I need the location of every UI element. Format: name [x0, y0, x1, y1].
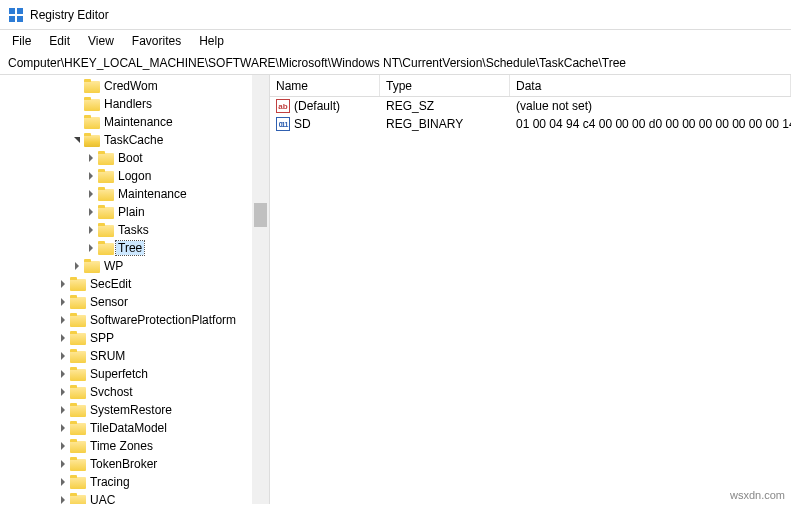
tree-scrollbar[interactable] — [252, 75, 269, 504]
value-row[interactable]: 011SDREG_BINARY01 00 04 94 c4 00 00 00 d… — [270, 115, 791, 133]
chevron-right-icon[interactable] — [56, 401, 70, 419]
chevron-right-icon[interactable] — [70, 257, 84, 275]
values-pane: Name Type Data ab(Default)REG_SZ(value n… — [270, 75, 791, 504]
tree-node-handlers[interactable]: Handlers — [0, 95, 269, 113]
chevron-right-icon[interactable] — [84, 185, 98, 203]
folder-icon — [84, 97, 100, 111]
chevron-right-icon[interactable] — [56, 311, 70, 329]
chevron-right-icon[interactable] — [84, 221, 98, 239]
value-name: (Default) — [294, 99, 340, 113]
tree-node-wp[interactable]: WP — [0, 257, 269, 275]
chevron-right-icon[interactable] — [84, 167, 98, 185]
expander-placeholder — [70, 77, 84, 95]
tree-node-secedit[interactable]: SecEdit — [0, 275, 269, 293]
chevron-right-icon[interactable] — [56, 383, 70, 401]
tree-node-uac[interactable]: UAC — [0, 491, 269, 504]
tree-scrollbar-thumb[interactable] — [254, 203, 267, 227]
tree-node-label: Superfetch — [90, 367, 148, 381]
expander-placeholder — [70, 113, 84, 131]
chevron-right-icon[interactable] — [56, 293, 70, 311]
tree-node-label: SoftwareProtectionPlatform — [90, 313, 236, 327]
tree-node-label: UAC — [90, 493, 115, 504]
folder-icon — [98, 205, 114, 219]
svg-rect-0 — [9, 8, 15, 14]
folder-icon — [84, 259, 100, 273]
tree-node-time-zones[interactable]: Time Zones — [0, 437, 269, 455]
tree-node-taskcache[interactable]: TaskCache — [0, 131, 269, 149]
tree-node-maintenance[interactable]: Maintenance — [0, 113, 269, 131]
tree-node-label: Maintenance — [118, 187, 187, 201]
tree-node-logon[interactable]: Logon — [0, 167, 269, 185]
menu-bar: File Edit View Favorites Help — [0, 30, 791, 52]
chevron-right-icon[interactable] — [56, 419, 70, 437]
svg-rect-3 — [17, 16, 23, 22]
tree-node-sensor[interactable]: Sensor — [0, 293, 269, 311]
tree-node-tokenbroker[interactable]: TokenBroker — [0, 455, 269, 473]
address-bar[interactable]: Computer\HKEY_LOCAL_MACHINE\SOFTWARE\Mic… — [0, 52, 791, 75]
tree-node-label: TokenBroker — [90, 457, 157, 471]
chevron-right-icon[interactable] — [56, 455, 70, 473]
value-row[interactable]: ab(Default)REG_SZ(value not set) — [270, 97, 791, 115]
tree-node-label: TaskCache — [104, 133, 163, 147]
menu-favorites[interactable]: Favorites — [124, 32, 189, 50]
tree-node-srum[interactable]: SRUM — [0, 347, 269, 365]
chevron-right-icon[interactable] — [84, 239, 98, 257]
registry-tree[interactable]: CredWomHandlersMaintenanceTaskCacheBootL… — [0, 75, 269, 504]
tree-node-svchost[interactable]: Svchost — [0, 383, 269, 401]
menu-edit[interactable]: Edit — [41, 32, 78, 50]
folder-icon — [70, 295, 86, 309]
chevron-right-icon[interactable] — [84, 149, 98, 167]
folder-icon — [98, 169, 114, 183]
folder-icon — [70, 493, 86, 504]
chevron-right-icon[interactable] — [56, 365, 70, 383]
chevron-right-icon[interactable] — [56, 473, 70, 491]
chevron-down-icon[interactable] — [70, 131, 84, 149]
tree-node-maintenance[interactable]: Maintenance — [0, 185, 269, 203]
tree-node-label: Tasks — [118, 223, 149, 237]
values-header[interactable]: Name Type Data — [270, 75, 791, 97]
tree-node-label: Tracing — [90, 475, 130, 489]
regedit-icon — [8, 7, 24, 23]
tree-node-label: CredWom — [104, 79, 158, 93]
menu-file[interactable]: File — [4, 32, 39, 50]
chevron-right-icon[interactable] — [56, 275, 70, 293]
tree-node-label: SecEdit — [90, 277, 131, 291]
binary-value-icon: 011 — [276, 117, 290, 131]
folder-icon — [70, 475, 86, 489]
tree-node-tracing[interactable]: Tracing — [0, 473, 269, 491]
tree-node-systemrestore[interactable]: SystemRestore — [0, 401, 269, 419]
tree-node-tasks[interactable]: Tasks — [0, 221, 269, 239]
tree-pane: CredWomHandlersMaintenanceTaskCacheBootL… — [0, 75, 270, 504]
tree-node-tree[interactable]: Tree — [0, 239, 269, 257]
menu-help[interactable]: Help — [191, 32, 232, 50]
column-type[interactable]: Type — [380, 75, 510, 96]
chevron-right-icon[interactable] — [56, 491, 70, 504]
folder-icon — [70, 367, 86, 381]
menu-view[interactable]: View — [80, 32, 122, 50]
folder-icon — [84, 133, 100, 147]
svg-rect-2 — [9, 16, 15, 22]
tree-node-spp[interactable]: SPP — [0, 329, 269, 347]
watermark: wsxdn.com — [730, 489, 785, 501]
column-name[interactable]: Name — [270, 75, 380, 96]
tree-node-tiledatamodel[interactable]: TileDataModel — [0, 419, 269, 437]
folder-icon — [84, 79, 100, 93]
folder-icon — [70, 439, 86, 453]
tree-node-superfetch[interactable]: Superfetch — [0, 365, 269, 383]
tree-node-plain[interactable]: Plain — [0, 203, 269, 221]
tree-node-label: SPP — [90, 331, 114, 345]
chevron-right-icon[interactable] — [56, 437, 70, 455]
tree-node-label: Sensor — [90, 295, 128, 309]
chevron-right-icon[interactable] — [56, 347, 70, 365]
tree-node-label: WP — [104, 259, 123, 273]
chevron-right-icon[interactable] — [56, 329, 70, 347]
column-data[interactable]: Data — [510, 75, 791, 96]
folder-icon — [70, 277, 86, 291]
tree-node-credwom[interactable]: CredWom — [0, 77, 269, 95]
tree-node-label: Plain — [118, 205, 145, 219]
tree-node-label: SystemRestore — [90, 403, 172, 417]
tree-node-label: SRUM — [90, 349, 125, 363]
chevron-right-icon[interactable] — [84, 203, 98, 221]
tree-node-boot[interactable]: Boot — [0, 149, 269, 167]
tree-node-softwareprotectionplatform[interactable]: SoftwareProtectionPlatform — [0, 311, 269, 329]
